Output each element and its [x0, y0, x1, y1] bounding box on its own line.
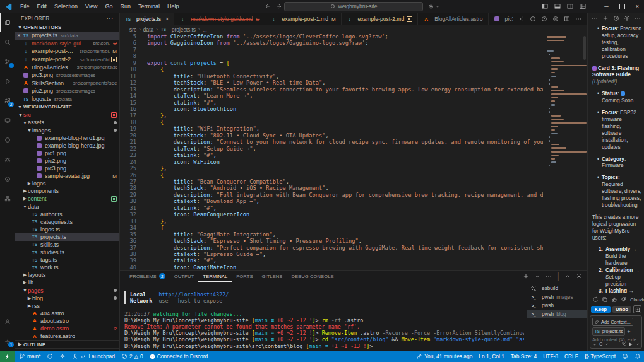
- panel-tab-problems[interactable]: PROBLEMS2: [125, 271, 170, 282]
- ellipsis-icon[interactable]: [575, 16, 581, 22]
- open-editor-BlogAllArticles.astro[interactable]: ABlogAllArticles.astrosrc\components\sec…: [15, 63, 119, 71]
- tree-item-studies.ts[interactable]: TSstudies.ts: [15, 248, 119, 256]
- open-editor-logos.ts[interactable]: TSlogos.tssrc\data: [15, 95, 119, 103]
- status-tab-size[interactable]: Tab Size: 4: [508, 351, 540, 362]
- nav-back-icon[interactable]: [264, 3, 270, 9]
- terminal-session-pwsh-blog[interactable]: >_pwshblog: [527, 310, 587, 319]
- context-chip-projects[interactable]: TS projects.ts: [592, 327, 625, 336]
- terminal-session-pwsh-images[interactable]: >_pwshimages: [527, 293, 587, 302]
- status-gitlens[interactable]: [56, 351, 69, 362]
- open-editor-example-post-2.md[interactable]: ↓example-post-2.mdsrc\content\bl...: [15, 55, 119, 64]
- ellipsis-icon[interactable]: [635, 15, 641, 21]
- model-dropdown[interactable]: C: [599, 341, 602, 347]
- layout-icon[interactable]: [580, 3, 586, 9]
- panel-bottom-icon[interactable]: [554, 3, 561, 9]
- undo-button[interactable]: Undo: [612, 306, 631, 313]
- menu-file[interactable]: File: [16, 3, 33, 9]
- tree-item-features.astro[interactable]: Afeatures.astro: [15, 332, 119, 340]
- tree-item-content[interactable]: ▶content: [15, 195, 119, 202]
- chat-input-box[interactable]: Add Context... TS projects.ts ＋ Add cont…: [590, 315, 642, 349]
- status-notifications[interactable]: [631, 351, 644, 362]
- activity-search[interactable]: [0, 32, 15, 52]
- keep-button[interactable]: Keep: [591, 306, 611, 313]
- clock-icon[interactable]: [613, 15, 619, 21]
- chevron-down-icon[interactable]: [635, 342, 640, 346]
- tab-BlogAllArticles.astro[interactable]: ABlogAllArticles.astro: [418, 13, 488, 25]
- code-editor[interactable]: 5import CleverCoffeeIcon from '../assets…: [120, 33, 587, 270]
- plus-icon[interactable]: [523, 273, 529, 279]
- tree-item-assets[interactable]: ▼assets: [15, 119, 119, 126]
- workspace-header[interactable]: ▼WEIGHMYBRU-SITE: [15, 103, 119, 111]
- panel-tab-ports[interactable]: PORTS: [232, 271, 257, 282]
- status-problems[interactable]: 2△0: [118, 351, 146, 362]
- status-remote-indicator[interactable]: [0, 351, 15, 362]
- terminal-output[interactable]: Local http://localhost:4322/Network use …: [124, 283, 524, 351]
- tree-item-pic2.png[interactable]: pic2.png: [15, 157, 119, 165]
- status-encoding[interactable]: UTF-8: [540, 351, 561, 362]
- open-editor-pic2.png[interactable]: pic2.pngsrc\assets\images: [15, 87, 119, 95]
- tree-item-example-blog-hero2.jpg[interactable]: example-blog-hero2.jpg: [15, 142, 119, 149]
- menu-view[interactable]: View: [81, 3, 101, 9]
- menu-run[interactable]: Run: [116, 3, 134, 9]
- tree-item-lib[interactable]: ▶lib: [15, 279, 119, 286]
- activity-settings[interactable]: 1: [0, 331, 15, 351]
- sync-icon[interactable]: [592, 296, 599, 303]
- menu-go[interactable]: Go: [101, 3, 116, 9]
- circ-icon[interactable]: [530, 16, 536, 22]
- open-editor-markdown-style-guide.md[interactable]: ↓markdown-style-guide.mdsrc\con...D: [15, 40, 119, 48]
- tree-item-example-blog-hero1.jpg[interactable]: example-blog-hero1.jpg: [15, 134, 119, 142]
- breadcrumb-symbol[interactable]: ...: [203, 26, 207, 33]
- tree-item-logos.ts[interactable]: TSlogos.ts: [15, 226, 119, 233]
- status-git-branch[interactable]: main*: [16, 351, 44, 362]
- tree-item-categories.ts[interactable]: TScategories.ts: [15, 218, 119, 226]
- activity-source-control[interactable]: [0, 52, 15, 71]
- thumbup-icon[interactable]: [611, 296, 617, 303]
- copy-icon[interactable]: [602, 296, 608, 303]
- tree-item-demo.astro[interactable]: Ademo.astro2: [15, 325, 119, 332]
- close-icon[interactable]: ×: [165, 16, 169, 22]
- add-context-button[interactable]: Add Context...: [592, 318, 633, 326]
- panel-right-icon[interactable]: [567, 3, 573, 9]
- activity-extension-circle[interactable]: [0, 130, 15, 149]
- status-launchpad[interactable]: Launchpad: [69, 351, 117, 362]
- open-editors-header[interactable]: ▼OPEN EDITORS: [15, 23, 119, 32]
- model-label[interactable]: Claude Son: [630, 297, 644, 303]
- panel-tab-output[interactable]: OUTPUT: [170, 271, 199, 282]
- tab-markdown-style-guide.md[interactable]: ↓markdown-style-guide.mdD: [174, 13, 265, 25]
- panel-tab-debug-console[interactable]: DEBUG CONSOLE: [287, 271, 338, 282]
- chevron-down-icon[interactable]: [604, 342, 609, 346]
- activity-run-debug[interactable]: [0, 71, 15, 91]
- restore-button[interactable]: [619, 4, 625, 9]
- chevup-icon[interactable]: [564, 273, 571, 279]
- terminal-session-esbuild[interactable]: esbuild: [527, 284, 587, 293]
- open-editor-projects.ts[interactable]: ×TSprojects.tssrc\data: [15, 32, 119, 40]
- breadcrumb-data[interactable]: data: [143, 26, 153, 33]
- activity-explorer[interactable]: [0, 13, 15, 32]
- activity-extension-org[interactable]: [0, 189, 15, 208]
- activity-extension-bug[interactable]: [0, 149, 15, 169]
- outline-section[interactable]: ▶OUTLINE: [15, 340, 119, 348]
- menu-selection[interactable]: Selection: [51, 3, 81, 9]
- activity-remote-explorer[interactable]: [0, 110, 15, 130]
- tree-item-author.ts[interactable]: TSauthor.ts: [15, 211, 119, 218]
- tree-item-about.astro[interactable]: Aabout.astro: [15, 317, 119, 325]
- open-diff-icon[interactable]: [633, 305, 641, 313]
- splitv-icon[interactable]: [564, 16, 570, 22]
- panel-tab-terminal[interactable]: TERMINAL: [198, 271, 232, 282]
- tree-item-src[interactable]: ▼src: [15, 111, 119, 119]
- close-button[interactable]: ×: [636, 3, 639, 9]
- thumbdown-icon[interactable]: [621, 296, 627, 303]
- activity-extensions[interactable]: 2: [0, 91, 15, 110]
- status-git-sync[interactable]: [44, 351, 56, 362]
- breadcrumb-src[interactable]: src: [129, 26, 136, 33]
- ellipsis-icon[interactable]: [546, 273, 552, 279]
- tree-item-layouts[interactable]: ▶layouts: [15, 271, 119, 279]
- activity-extension-circle-slash[interactable]: [0, 169, 15, 189]
- menu-help[interactable]: Help: [164, 3, 183, 9]
- tree-item-work.ts[interactable]: TSwork.ts: [15, 264, 119, 271]
- add-chip-icon[interactable]: ＋: [626, 328, 631, 334]
- minimap[interactable]: [543, 33, 587, 270]
- send-button[interactable]: [628, 342, 633, 347]
- plus-icon[interactable]: [602, 15, 609, 21]
- tab-projects.ts[interactable]: TSprojects.ts×: [120, 13, 174, 25]
